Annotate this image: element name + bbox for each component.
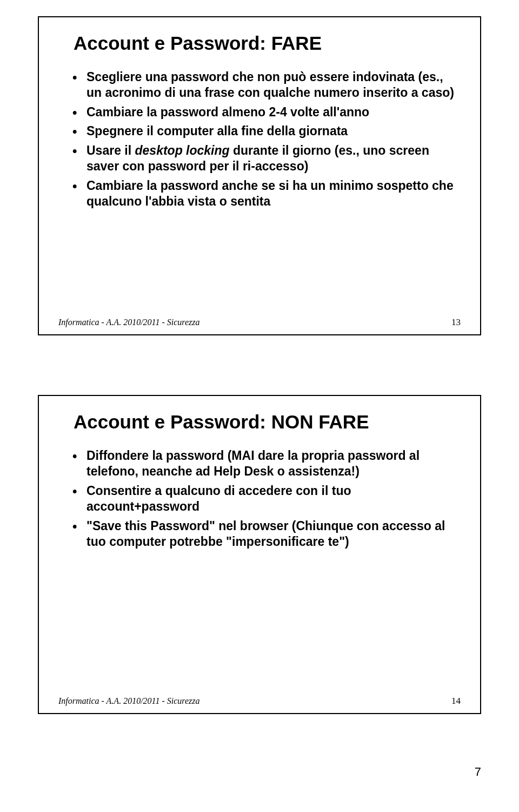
bullet-italic: desktop locking: [135, 143, 230, 157]
page-number: 7: [475, 765, 481, 779]
list-item: Cambiare la password anche se si ha un m…: [72, 178, 461, 210]
bullet-list: Scegliere una password che non può esser…: [58, 69, 461, 210]
footer-right: 14: [451, 696, 461, 707]
list-item: Diffondere la password (MAI dare la prop…: [72, 448, 461, 480]
slide-footer: Informatica - A.A. 2010/2011 - Sicurezza…: [58, 696, 461, 707]
footer-left: Informatica - A.A. 2010/2011 - Sicurezza: [58, 318, 199, 327]
list-item: Usare il desktop locking durante il gior…: [72, 143, 461, 175]
bullet-text: Cambiare la password almeno 2-4 volte al…: [86, 105, 369, 119]
list-item: Scegliere una password che non può esser…: [72, 69, 461, 101]
slide-fare: Account e Password: FARE Scegliere una p…: [38, 16, 481, 335]
slide-footer: Informatica - A.A. 2010/2011 - Sicurezza…: [58, 317, 461, 328]
footer-left: Informatica - A.A. 2010/2011 - Sicurezza: [58, 696, 199, 706]
list-item: Spegnere il computer alla fine della gio…: [72, 123, 461, 139]
bullet-text: Scegliere una password che non può esser…: [86, 70, 454, 100]
bullet-prefix: Usare il: [86, 143, 135, 157]
bullet-text: Spegnere il computer alla fine della gio…: [86, 124, 348, 138]
document-page: Account e Password: FARE Scegliere una p…: [0, 0, 519, 790]
bullet-text: Consentire a qualcuno di accedere con il…: [86, 484, 351, 513]
slide-non-fare: Account e Password: NON FARE Diffondere …: [38, 395, 481, 714]
footer-right: 13: [451, 317, 461, 328]
bullet-text: "Save this Password" nel browser (Chiunq…: [86, 519, 445, 549]
slide-title: Account e Password: NON FARE: [74, 411, 461, 433]
list-item: "Save this Password" nel browser (Chiunq…: [72, 518, 461, 550]
slide-title: Account e Password: FARE: [74, 32, 461, 54]
list-item: Cambiare la password almeno 2-4 volte al…: [72, 104, 461, 120]
bullet-text: Cambiare la password anche se si ha un m…: [86, 179, 454, 208]
bullet-list: Diffondere la password (MAI dare la prop…: [58, 448, 461, 550]
list-item: Consentire a qualcuno di accedere con il…: [72, 483, 461, 515]
bullet-text: Diffondere la password (MAI dare la prop…: [86, 448, 420, 478]
